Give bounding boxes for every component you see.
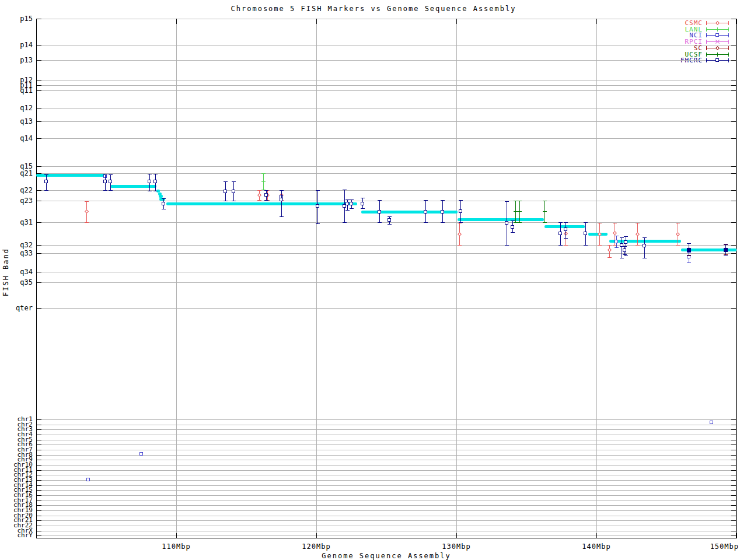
- tick-right: [731, 121, 736, 122]
- tick-bottom: [316, 533, 317, 538]
- tick-left: [36, 222, 41, 223]
- error-cap: [620, 237, 624, 238]
- error-cap: [615, 236, 619, 236]
- error-cap: [584, 222, 588, 223]
- error-cap: [724, 244, 728, 245]
- tick-left: [36, 272, 41, 272]
- gridline-q35: [36, 282, 736, 283]
- tick-right: [731, 308, 736, 309]
- ytick-label-p14: p14: [0, 41, 33, 48]
- marker-plus: [519, 209, 520, 214]
- ytick-label-qter: qter: [0, 304, 33, 312]
- error-cap: [624, 256, 628, 256]
- legend-sample-cap: [728, 58, 729, 62]
- tick-left: [36, 80, 41, 80]
- marker-square: [153, 180, 157, 183]
- error-cap: [232, 201, 236, 201]
- marker-square: [388, 218, 391, 222]
- error-cap: [505, 201, 509, 202]
- marker-plus: [515, 209, 516, 214]
- tick-right: [731, 450, 736, 450]
- error-cap: [643, 237, 647, 238]
- tick-left: [36, 440, 41, 440]
- marker-square: [459, 209, 462, 213]
- error-cap: [564, 222, 568, 223]
- ytick-label-q21: q21: [0, 170, 33, 177]
- tick-left: [36, 45, 41, 46]
- marker-square: [624, 240, 627, 244]
- tick-left: [36, 138, 41, 139]
- error-cap: [615, 247, 619, 248]
- error-cap: [564, 238, 568, 239]
- legend-sample-cap: [728, 33, 729, 37]
- tick-left: [36, 516, 41, 516]
- error-cap: [148, 191, 152, 191]
- tick-left: [36, 166, 41, 167]
- error-cap: [280, 190, 284, 191]
- ytick-label-q35: q35: [0, 279, 33, 286]
- error-cap: [518, 201, 522, 201]
- gridline-chr18: [36, 505, 736, 506]
- error-cap: [514, 222, 518, 223]
- ytick-label-p15: p15: [0, 15, 33, 22]
- vgridline-140Mbp: [596, 19, 597, 538]
- tick-right: [731, 440, 736, 440]
- legend-sample-cap: [706, 40, 707, 44]
- error-cap: [343, 190, 347, 190]
- tick-left: [36, 510, 41, 511]
- tick-left: [36, 455, 41, 456]
- vgridline-130Mbp: [456, 19, 457, 538]
- marker-square: [264, 193, 268, 197]
- error-cap: [264, 200, 268, 201]
- tick-bottom: [736, 533, 737, 538]
- tick-right: [731, 460, 736, 460]
- tick-left: [36, 85, 41, 86]
- error-cap: [316, 190, 320, 191]
- error-cap: [85, 201, 89, 202]
- gridline-chr9: [36, 460, 736, 460]
- error-bar: [626, 236, 626, 256]
- xtick-label-150Mbp: 150Mbp: [696, 542, 739, 551]
- marker-square: [224, 190, 227, 193]
- error-cap: [505, 245, 509, 246]
- legend-sample-cap: [706, 21, 707, 25]
- error-cap: [543, 201, 547, 201]
- error-cap: [624, 236, 628, 237]
- tick-left: [36, 201, 41, 201]
- tick-right: [731, 253, 736, 254]
- ytick-label-chrY: chrY: [0, 533, 33, 538]
- marker-square: [232, 190, 235, 193]
- tick-left: [36, 190, 41, 191]
- tick-bottom: [456, 533, 457, 538]
- error-cap: [85, 222, 89, 223]
- tick-left: [36, 425, 41, 425]
- tick-right: [731, 45, 736, 46]
- error-cap: [345, 200, 350, 200]
- gridline-q21: [36, 173, 736, 174]
- error-cap: [441, 222, 445, 223]
- tick-left: [36, 460, 41, 460]
- error-cap: [148, 174, 152, 174]
- xtick-label-140Mbp: 140Mbp: [573, 542, 620, 551]
- tick-right: [731, 272, 736, 272]
- gridline-q34: [36, 272, 736, 272]
- error-cap: [608, 245, 612, 246]
- tick-left: [36, 465, 41, 466]
- marker-square: [511, 225, 514, 229]
- marker-square: [86, 478, 90, 481]
- error-cap: [584, 245, 588, 246]
- tick-right: [731, 485, 736, 486]
- error-cap: [543, 222, 547, 223]
- tick-right: [731, 245, 736, 246]
- marker-square: [558, 232, 562, 235]
- tick-left: [36, 470, 41, 471]
- marker-square: [148, 180, 151, 183]
- assembly-track-segment: [609, 240, 682, 243]
- tick-bottom: [596, 533, 597, 538]
- marker-square: [441, 210, 444, 214]
- legend-sample-cap: [706, 58, 707, 62]
- legend-sample-cap: [706, 52, 707, 57]
- tick-left: [36, 245, 41, 246]
- chart-title: Chromosome 5 FISH Markers vs Genome Sequ…: [0, 5, 747, 13]
- tick-bottom: [176, 533, 177, 538]
